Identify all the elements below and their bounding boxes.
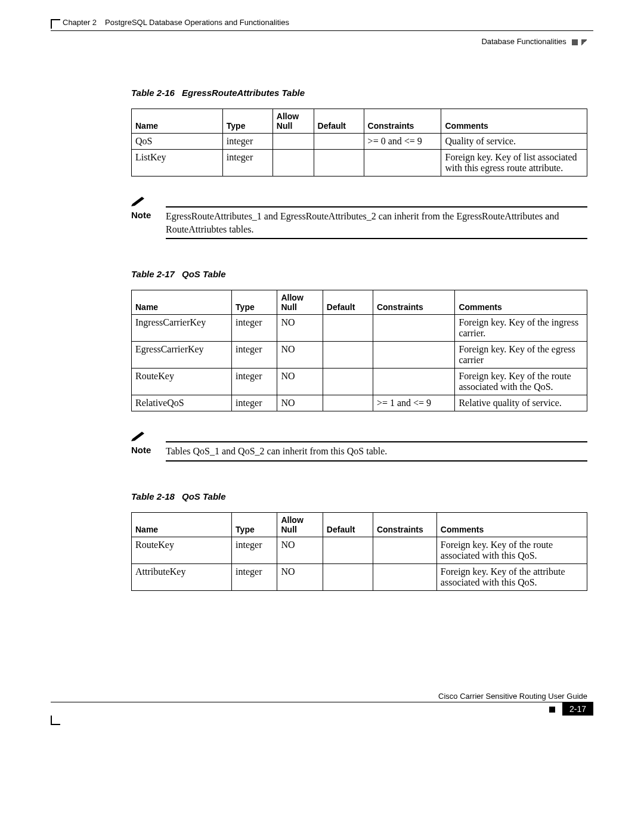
- cell: [364, 150, 441, 176]
- caption-title: EgressRouteAttributes Table: [182, 88, 305, 98]
- cell: integer: [222, 150, 273, 176]
- cell: integer: [232, 537, 277, 563]
- cell: [323, 537, 373, 563]
- cell: integer: [232, 368, 277, 395]
- page-number: 2-17: [562, 702, 593, 716]
- table-row: AttributeKey integer NO Foreign key. Key…: [132, 563, 587, 590]
- table-row: ListKey integer Foreign key. Key of list…: [132, 150, 587, 176]
- note-text: EgressRouteAttributes_1 and EgressRouteA…: [166, 210, 587, 236]
- col-name: Name: [132, 290, 232, 315]
- cell: RouteKey: [132, 537, 232, 563]
- qos-table-17: Name Type Allow Null Default Constraints…: [131, 290, 587, 411]
- cell: integer: [222, 134, 273, 150]
- cell: NO: [277, 315, 323, 342]
- caption-number: Table 2-16: [131, 88, 175, 98]
- running-header-right: Database Functionalities: [51, 37, 587, 46]
- content-area: Table 2-16 EgressRouteAttributes Table N…: [131, 88, 587, 591]
- cell: >= 0 and <= 9: [364, 134, 441, 150]
- caption-number: Table 2-17: [131, 269, 175, 279]
- cell: [373, 315, 455, 342]
- cell: [373, 537, 436, 563]
- pen-icon: [131, 431, 149, 441]
- note-text: Tables QoS_1 and QoS_2 can inherit from …: [166, 445, 387, 458]
- note-rule-top: [166, 441, 587, 442]
- col-allow-null: Allow Null: [273, 109, 314, 134]
- cell: [273, 150, 314, 176]
- table-header-row: Name Type Allow Null Default Constraints…: [132, 290, 587, 315]
- note-label: Note: [131, 210, 166, 236]
- cell: [373, 342, 455, 368]
- cell: IngressCarrierKey: [132, 315, 232, 342]
- caption-title: QoS Table: [182, 269, 226, 279]
- cell: RelativeQoS: [132, 395, 232, 411]
- cell: >= 1 and <= 9: [373, 395, 455, 411]
- table-row: EgressCarrierKey integer NO Foreign key.…: [132, 342, 587, 368]
- table-row: RouteKey integer NO Foreign key. Key of …: [132, 368, 587, 395]
- chapter-number: Chapter 2: [63, 18, 97, 27]
- footer-rule: [51, 702, 593, 702]
- table-header-row: Name Type Allow Null Default Constraints…: [132, 512, 587, 537]
- crop-mark-bl: [51, 716, 60, 725]
- header-square-icon: [572, 39, 578, 45]
- cell: [323, 395, 373, 411]
- cell: QoS: [132, 134, 223, 150]
- cell: [373, 563, 436, 590]
- col-default: Default: [323, 512, 373, 537]
- cell: EgressCarrierKey: [132, 342, 232, 368]
- cell: Foreign key. Key of the egress carrier: [455, 342, 587, 368]
- table-row: IngressCarrierKey integer NO Foreign key…: [132, 315, 587, 342]
- table-row: RouteKey integer NO Foreign key. Key of …: [132, 537, 587, 563]
- section-name: Database Functionalities: [481, 37, 566, 46]
- col-default: Default: [323, 290, 373, 315]
- col-constraints: Constraints: [373, 512, 436, 537]
- cell: NO: [277, 395, 323, 411]
- col-default: Default: [314, 109, 364, 134]
- cell: RouteKey: [132, 368, 232, 395]
- col-constraints: Constraints: [364, 109, 441, 134]
- col-comments: Comments: [455, 290, 587, 315]
- footer-square-icon: [549, 707, 555, 713]
- cell: Foreign key. Key of the route associated…: [455, 368, 587, 395]
- cell: NO: [277, 368, 323, 395]
- table-caption: Table 2-17 QoS Table: [131, 269, 587, 279]
- cell: Foreign key. Key of the attribute associ…: [436, 563, 587, 590]
- table-row: QoS integer >= 0 and <= 9 Quality of ser…: [132, 134, 587, 150]
- col-type: Type: [232, 290, 277, 315]
- cell: NO: [277, 537, 323, 563]
- caption-number: Table 2-18: [131, 491, 175, 501]
- cell: integer: [232, 395, 277, 411]
- chapter-title: PostgreSQL Database Operations and Funct…: [105, 18, 289, 27]
- qos-table-18: Name Type Allow Null Default Constraints…: [131, 512, 587, 591]
- cell: AttributeKey: [132, 563, 232, 590]
- cell: [323, 563, 373, 590]
- header-rule: [51, 30, 593, 31]
- cell: [323, 342, 373, 368]
- caption-title: QoS Table: [182, 491, 226, 501]
- cell: integer: [232, 315, 277, 342]
- note-label: Note: [131, 445, 166, 458]
- col-comments: Comments: [441, 109, 587, 134]
- table-row: RelativeQoS integer NO >= 1 and <= 9 Rel…: [132, 395, 587, 411]
- table-header-row: Name Type Allow Null Default Constraints…: [132, 109, 587, 134]
- cell: NO: [277, 563, 323, 590]
- cell: [373, 368, 455, 395]
- guide-title: Cisco Carrier Sensitive Routing User Gui…: [438, 692, 587, 701]
- note-block: Note Tables QoS_1 and QoS_2 can inherit …: [131, 431, 587, 462]
- cell: Quality of service.: [441, 134, 587, 150]
- cell: [273, 134, 314, 150]
- col-type: Type: [222, 109, 273, 134]
- col-type: Type: [232, 512, 277, 537]
- cell: ListKey: [132, 150, 223, 176]
- note-rule-bottom: [166, 460, 587, 462]
- table-caption: Table 2-16 EgressRouteAttributes Table: [131, 88, 587, 98]
- header-square-half-icon: [581, 39, 587, 45]
- col-allow-null: Allow Null: [277, 512, 323, 537]
- note-block: Note EgressRouteAttributes_1 and EgressR…: [131, 196, 587, 239]
- cell: Foreign key. Key of the route associated…: [436, 537, 587, 563]
- cell: [323, 368, 373, 395]
- col-allow-null: Allow Null: [277, 290, 323, 315]
- cell: integer: [232, 342, 277, 368]
- pen-icon: [131, 196, 149, 206]
- table-caption: Table 2-18 QoS Table: [131, 491, 587, 501]
- cell: [314, 150, 364, 176]
